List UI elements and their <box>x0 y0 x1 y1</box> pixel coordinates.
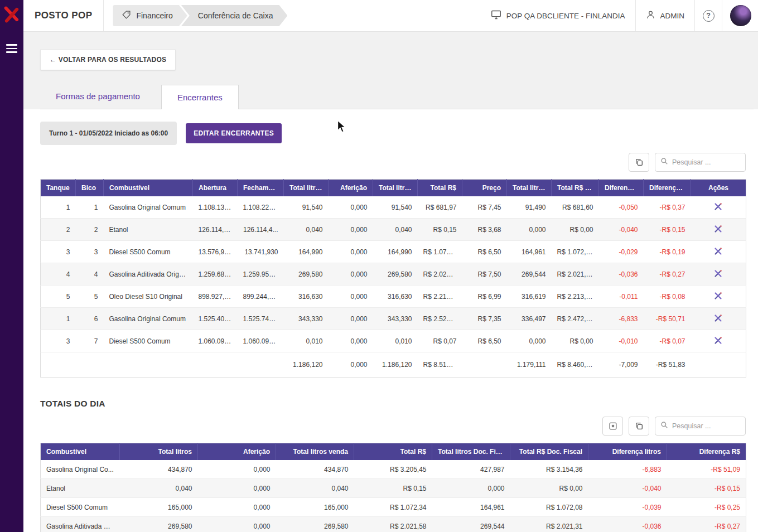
cell: 126.114,3... <box>193 219 238 241</box>
cell: Gasolina Aditivada Original <box>104 263 193 286</box>
tools-icon[interactable] <box>713 291 723 301</box>
cell: R$ 2.213,24 <box>418 286 462 308</box>
search-input[interactable] <box>672 158 740 166</box>
footer-cell: R$ 8.512,75 <box>418 352 462 378</box>
cell: R$ 2.021,31 <box>510 517 588 532</box>
cell: R$ 2.021,58 <box>354 517 432 532</box>
shift-row: Turno 1 - 01/05/2022 Iniciado as 06:00 E… <box>40 122 746 145</box>
tools-icon[interactable] <box>713 336 723 345</box>
cell: 91,540 <box>284 196 329 219</box>
cell: 898.927,5... <box>193 286 238 308</box>
cell: -0,036 <box>588 517 667 532</box>
back-to-results-button[interactable]: ← VOLTAR PARA OS RESULTADOS <box>40 49 176 70</box>
cell: 1.525.405,... <box>193 308 238 330</box>
main-content: ← VOLTAR PARA OS RESULTADOS Formas de pa… <box>23 32 758 532</box>
cell: R$ 7,35 <box>462 308 507 330</box>
footer-cell: R$ 8.460,92 <box>552 352 599 378</box>
box-x-icon <box>609 422 617 431</box>
column-header: Total R$ Doc. Fiscal <box>510 443 588 461</box>
row-actions-cell <box>691 286 746 308</box>
cell: -0,011 <box>599 286 644 308</box>
cell: 0,000 <box>329 286 373 308</box>
cell: -R$ 0,25 <box>667 498 746 517</box>
column-header: Aferição <box>198 443 276 461</box>
cell: 165,000 <box>276 498 354 517</box>
table-row: Gasolina Aditivada Or...269,5800,000269,… <box>41 517 746 532</box>
tools-icon[interactable] <box>713 224 723 234</box>
cell: 0,000 <box>329 219 373 241</box>
tools-icon[interactable] <box>713 202 723 211</box>
cell: 1.525.749,... <box>238 308 284 330</box>
hamburger-menu-icon[interactable] <box>4 41 20 56</box>
cell: 0,040 <box>284 219 329 241</box>
row-actions-cell <box>691 308 746 330</box>
table-row: 22Etanol126.114,3...126.114,4...0,0400,0… <box>41 219 746 241</box>
table-row: Gasolina Original Co...434,8700,000434,8… <box>41 460 746 479</box>
cell: 336,497 <box>507 308 552 330</box>
cell: R$ 7,45 <box>462 196 507 219</box>
cell: R$ 681,97 <box>418 196 462 219</box>
brand-name: POSTO POP <box>23 10 103 21</box>
user-menu[interactable]: ADMIN <box>636 10 695 21</box>
cell: -0,040 <box>588 479 667 498</box>
column-header: Tanque <box>41 180 76 197</box>
copy-button[interactable] <box>629 417 649 436</box>
cell: 2 <box>41 219 76 241</box>
cell: -6,883 <box>588 460 667 479</box>
breadcrumb-financeiro[interactable]: Financeiro <box>113 5 187 26</box>
tab-encerrantes[interactable]: Encerrantes <box>161 85 239 109</box>
help-button[interactable]: ? <box>695 10 722 22</box>
cell: -0,040 <box>599 219 644 241</box>
cell: -0,050 <box>599 196 644 219</box>
breadcrumb-label: Financeiro <box>136 11 172 20</box>
cell: 269,544 <box>432 517 510 532</box>
user-avatar[interactable] <box>730 5 751 26</box>
cell: 316,619 <box>507 286 552 308</box>
footer-cell <box>238 352 284 378</box>
footer-cell <box>462 352 507 378</box>
cell: R$ 681,60 <box>552 196 599 219</box>
footer-cell: 1.186,120 <box>284 352 329 378</box>
tools-icon[interactable] <box>713 246 723 256</box>
cell: R$ 0,15 <box>418 219 462 241</box>
tag-icon <box>122 10 131 21</box>
encerrantes-table-toolbar <box>40 153 746 172</box>
cell: 164,961 <box>507 241 552 263</box>
cell: Etanol <box>41 479 120 498</box>
search-input[interactable] <box>672 422 740 430</box>
table-row: 11Gasolina Original Comum1.108.133,...1.… <box>41 196 746 219</box>
tools-icon[interactable] <box>713 269 723 278</box>
breadcrumb-label: Conferência de Caixa <box>198 11 273 20</box>
cell: 1 <box>41 196 76 219</box>
cell: 126.114,4... <box>238 219 284 241</box>
tab-formas-de-pagamento[interactable]: Formas de pagamento <box>40 84 156 109</box>
cell: R$ 2.523,48 <box>418 308 462 330</box>
cell: R$ 0,00 <box>510 479 588 498</box>
search-icon <box>660 157 668 167</box>
footer-cell <box>41 352 76 378</box>
edit-encerrantes-button[interactable]: EDITAR ENCERRANTES <box>186 123 282 143</box>
cell: 1.259.680,... <box>193 263 238 286</box>
cell: -R$ 50,71 <box>644 308 691 330</box>
cell: R$ 1.072,08 <box>552 241 599 263</box>
column-header: Bico <box>76 180 104 197</box>
cell: 427,987 <box>432 460 510 479</box>
clear-button[interactable] <box>602 417 623 436</box>
breadcrumb-conferencia-de-caixa[interactable]: Conferência de Caixa <box>181 5 288 26</box>
cell: 343,330 <box>373 308 418 330</box>
tools-icon[interactable] <box>713 313 723 323</box>
brand-logo-icon[interactable] <box>3 5 20 24</box>
cell: 316,630 <box>284 286 329 308</box>
cell: 0,040 <box>276 479 354 498</box>
table-row: Etanol0,0400,0000,040R$ 0,150,000R$ 0,00… <box>41 479 746 498</box>
cell: 7 <box>76 330 104 352</box>
cell: -R$ 0,27 <box>667 517 746 532</box>
footer-cell: -7,009 <box>599 352 644 378</box>
cell: R$ 6,99 <box>462 286 507 308</box>
cell: R$ 3,68 <box>462 219 507 241</box>
copy-button[interactable] <box>629 153 649 172</box>
column-header: Fechamen... <box>238 180 284 197</box>
shift-chip[interactable]: Turno 1 - 01/05/2022 Iniciado as 06:00 <box>40 122 177 145</box>
client-selector[interactable]: POP QA DBCLIENTE - FINLANDIA <box>481 10 635 21</box>
cell: 0,000 <box>329 330 373 352</box>
